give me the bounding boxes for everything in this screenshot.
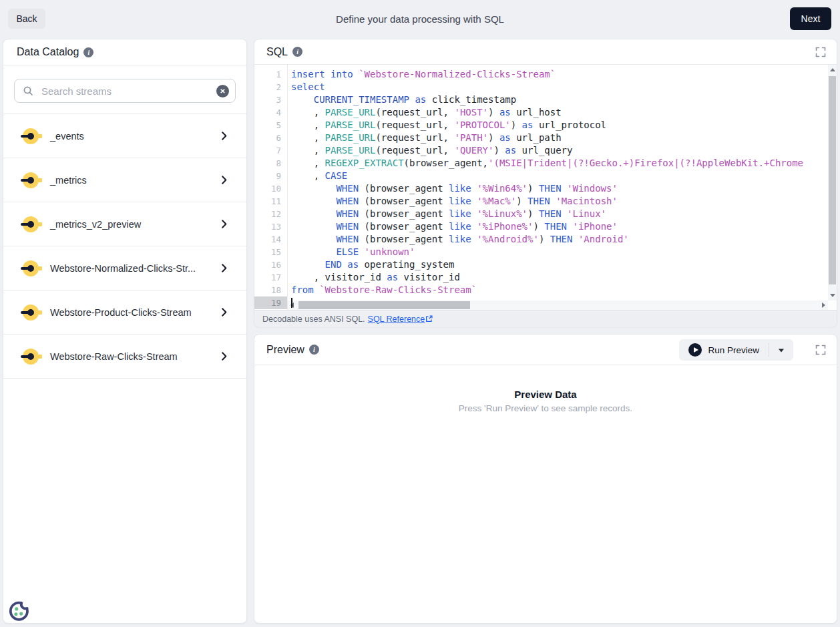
stream-list-item[interactable]: Webstore-Raw-Clicks-Stream: [3, 335, 246, 379]
code-line[interactable]: END as operating_system: [291, 258, 828, 271]
stream-list-item[interactable]: _events: [3, 114, 246, 158]
stream-label: Webstore-Product-Clicks-Stream: [50, 307, 192, 318]
stream-icon: [21, 260, 42, 277]
chevron-right-icon: [219, 351, 229, 361]
sql-footer: Decodable uses ANSI SQL. SQL Reference: [254, 310, 837, 327]
play-icon: [688, 343, 702, 357]
chevron-right-icon: [219, 175, 229, 185]
stream-label: Webstore-Raw-Clicks-Stream: [50, 351, 178, 362]
stream-icon: [21, 348, 42, 365]
search-icon: [23, 85, 33, 96]
sql-editor[interactable]: 12345678910111213141516171819 insert int…: [254, 65, 837, 310]
code-line[interactable]: , visitor_id as visitor_id: [291, 271, 828, 284]
info-icon[interactable]: i: [309, 345, 319, 355]
expand-sql-icon[interactable]: [815, 47, 826, 57]
code-line[interactable]: WHEN (browser_agent like '%iPhone%') THE…: [291, 220, 828, 233]
line-number: 19: [254, 296, 287, 309]
run-preview-dropdown-icon[interactable]: [769, 339, 793, 361]
stream-list-item[interactable]: _metrics_v2_preview: [3, 202, 246, 246]
stream-label: Webstore-Normalized-Clicks-Str...: [50, 263, 196, 274]
editor-vertical-scrollbar[interactable]: [828, 65, 837, 300]
horizontal-scroll-thumb[interactable]: [298, 301, 470, 309]
line-number: 13: [254, 220, 287, 233]
data-catalog-title: Data Catalog: [17, 46, 79, 58]
search-input[interactable]: [41, 85, 211, 97]
chevron-right-icon: [219, 263, 229, 273]
page-title: Define your data processing with SQL: [0, 13, 840, 25]
stream-label: _metrics: [50, 175, 87, 186]
preview-body: Preview Data Press 'Run Preview' to see …: [254, 389, 837, 627]
code-line[interactable]: from `Webstore-Raw-Clicks-Stream`: [291, 284, 828, 296]
clear-search-icon[interactable]: ✕: [216, 85, 229, 97]
code-line[interactable]: WHEN (browser_agent like '%Android%') TH…: [291, 233, 828, 246]
stream-list-item[interactable]: _metrics: [3, 158, 246, 202]
line-number: 18: [254, 284, 287, 296]
code-line[interactable]: WHEN (browser_agent like '%Mac%') THEN '…: [291, 195, 828, 208]
line-number: 3: [254, 93, 287, 106]
expand-preview-icon[interactable]: [815, 345, 826, 355]
code-line[interactable]: ELSE 'unknown': [291, 246, 828, 258]
scrollbar-corner: [828, 300, 837, 310]
line-number: 12: [254, 208, 287, 220]
stream-list-item[interactable]: Webstore-Product-Clicks-Stream: [3, 290, 246, 335]
code-line[interactable]: select: [291, 81, 828, 93]
preview-empty-state: Preview Data Press 'Run Preview' to see …: [254, 389, 837, 413]
sql-title: SQL: [266, 46, 288, 58]
cookie-consent-icon[interactable]: [5, 598, 33, 623]
text-cursor: [291, 298, 292, 308]
code-line[interactable]: insert into `Webstore-Normalized-Clicks-…: [291, 68, 828, 81]
run-preview-button[interactable]: Run Preview: [679, 339, 769, 361]
line-number: 17: [254, 271, 287, 284]
topbar: Back Define your data processing with SQ…: [0, 0, 840, 37]
data-catalog-header: Data Catalog i: [3, 39, 246, 65]
line-number: 6: [254, 132, 287, 144]
code-line[interactable]: , PARSE_URL(request_url, 'QUERY') as url…: [291, 144, 828, 157]
code-line[interactable]: CURRENT_TIMESTAMP as click_timestamp: [291, 93, 828, 106]
stream-label: _events: [50, 131, 84, 142]
preview-title: Preview: [266, 344, 304, 356]
line-number: 2: [254, 81, 287, 93]
run-preview-split-button: Run Preview: [679, 339, 793, 361]
preview-empty-subtitle: Press 'Run Preview' to see sample record…: [254, 403, 837, 413]
line-number: 9: [254, 170, 287, 182]
next-button[interactable]: Next: [790, 7, 831, 30]
scroll-down-icon[interactable]: [830, 294, 835, 297]
line-number: 5: [254, 119, 287, 132]
editor-line-numbers: 12345678910111213141516171819: [254, 65, 288, 310]
code-line[interactable]: , CASE: [291, 170, 828, 182]
chevron-right-icon: [219, 219, 229, 229]
vertical-scroll-thumb[interactable]: [829, 76, 836, 284]
code-line[interactable]: , PARSE_URL(request_url, 'PROTOCOL') as …: [291, 119, 828, 132]
sql-header: SQL i: [254, 39, 837, 65]
scroll-up-icon[interactable]: [830, 68, 835, 71]
code-line[interactable]: , PARSE_URL(request_url, 'HOST') as url_…: [291, 106, 828, 119]
stream-icon: [21, 172, 42, 189]
line-number: 7: [254, 144, 287, 157]
editor-code-area[interactable]: insert into `Webstore-Normalized-Clicks-…: [288, 65, 828, 310]
line-number: 10: [254, 182, 287, 195]
code-line[interactable]: , PARSE_URL(request_url, 'PATH') as url_…: [291, 132, 828, 144]
scroll-right-icon[interactable]: [822, 302, 825, 308]
stream-icon: [21, 304, 42, 321]
chevron-right-icon: [219, 131, 229, 141]
stream-label: _metrics_v2_preview: [50, 219, 141, 230]
external-link-icon: [425, 315, 433, 323]
line-number: 4: [254, 106, 287, 119]
chevron-right-icon: [219, 307, 229, 317]
preview-empty-title: Preview Data: [254, 389, 837, 400]
code-line[interactable]: WHEN (browser_agent like '%Win64%') THEN…: [291, 182, 828, 195]
preview-header: Preview i Run Preview: [254, 335, 837, 365]
info-icon[interactable]: i: [292, 47, 302, 57]
ansi-sql-note: Decodable uses ANSI SQL.: [262, 315, 365, 324]
line-number: 1: [254, 68, 287, 81]
editor-horizontal-scrollbar[interactable]: [288, 300, 828, 310]
sql-reference-link[interactable]: SQL Reference: [368, 315, 433, 324]
code-line[interactable]: WHEN (browser_agent like '%Linux%') THEN…: [291, 208, 828, 220]
sql-panel: SQL i 12345678910111213141516171819 inse…: [254, 39, 837, 327]
code-line[interactable]: , REGEXP_EXTRACT(browser_agent,'(MSIE|Tr…: [291, 157, 828, 170]
line-number: 16: [254, 258, 287, 271]
line-number: 11: [254, 195, 287, 208]
info-icon[interactable]: i: [83, 47, 93, 57]
stream-list-item[interactable]: Webstore-Normalized-Clicks-Str...: [3, 246, 246, 290]
line-number: 8: [254, 157, 287, 170]
